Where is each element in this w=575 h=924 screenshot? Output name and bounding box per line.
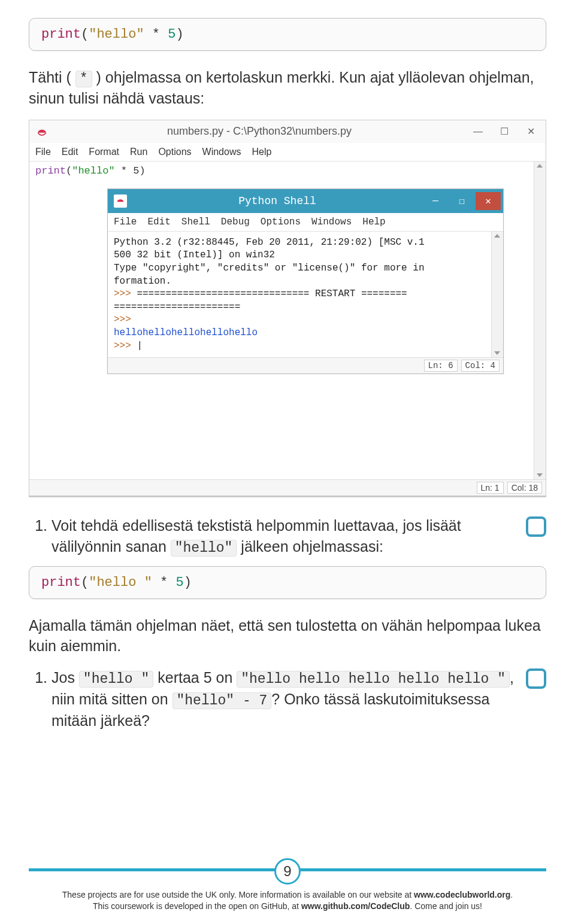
close-button[interactable]: ✕ bbox=[518, 123, 543, 141]
code-op: * bbox=[144, 27, 168, 42]
footer-line-1: These projects are for use outside the U… bbox=[62, 890, 414, 899]
menu-edit[interactable]: Edit bbox=[62, 147, 78, 157]
maximize-button[interactable]: ☐ bbox=[492, 123, 517, 141]
shell-output: hellohellohellohellohello bbox=[114, 327, 489, 340]
editor-scrollbar[interactable] bbox=[534, 162, 546, 479]
code-paren: ) bbox=[184, 575, 192, 590]
editor-string: "hello" bbox=[72, 165, 114, 177]
menu-options[interactable]: Options bbox=[158, 147, 191, 157]
step-1-text: Voit tehdä edellisestä tekstistä helpomm… bbox=[52, 515, 520, 558]
menu-options[interactable]: Options bbox=[261, 217, 301, 227]
close-button[interactable]: ✕ bbox=[476, 192, 501, 210]
shell-prompt-cursor: >>> | bbox=[114, 340, 489, 353]
code-number: 5 bbox=[168, 27, 175, 42]
shell-line: ====================== bbox=[114, 301, 489, 314]
shell-menubar: File Edit Shell Debug Options Windows He… bbox=[108, 213, 503, 232]
code-keyword: print bbox=[41, 27, 81, 42]
menu-debug[interactable]: Debug bbox=[221, 217, 250, 227]
python-logo-icon bbox=[35, 125, 49, 138]
minimize-button[interactable]: — bbox=[423, 192, 448, 210]
footer-line-2: This coursework is developed in the open… bbox=[93, 901, 301, 911]
ide-screenshot: numbers.py - C:\Python32\numbers.py — ☐ … bbox=[29, 120, 546, 497]
menu-run[interactable]: Run bbox=[130, 147, 147, 157]
editor-text-area[interactable]: print("hello" * 5) Python Shell — ☐ ✕ Fi… bbox=[29, 162, 546, 479]
shell-line: Python 3.2 (r32:88445, Feb 20 2011, 21:2… bbox=[114, 236, 489, 250]
python-logo-icon bbox=[114, 194, 127, 208]
page-number: 9 bbox=[274, 858, 301, 885]
footer-link-world[interactable]: www.codeclubworld.org bbox=[414, 890, 510, 899]
menu-file[interactable]: File bbox=[114, 217, 137, 227]
code-block-2: print("hello " * 5) bbox=[29, 566, 546, 599]
editor-menubar: File Edit Format Run Options Windows Hel… bbox=[29, 143, 546, 162]
menu-windows[interactable]: Windows bbox=[311, 217, 352, 227]
shell-prompt: >>> bbox=[114, 314, 489, 327]
menu-windows[interactable]: Windows bbox=[202, 147, 241, 157]
step-1-checkbox[interactable] bbox=[526, 516, 546, 537]
footer-text: These projects are for use outside the U… bbox=[29, 889, 546, 912]
editor-titlebar: numbers.py - C:\Python32\numbers.py — ☐ … bbox=[29, 120, 546, 143]
code-block-1: print("hello" * 5) bbox=[29, 18, 546, 51]
shell-line: formation. bbox=[114, 275, 489, 288]
minimize-button[interactable]: — bbox=[465, 123, 491, 141]
shell-line: Type "copyright", "credits" or "license(… bbox=[114, 262, 489, 275]
shell-titlebar: Python Shell — ☐ ✕ bbox=[108, 189, 503, 213]
shell-status-ln: Ln: 6 bbox=[424, 360, 458, 372]
shell-statusbar: Ln: 6 Col: 4 bbox=[108, 357, 503, 373]
code-paren: ) bbox=[175, 27, 183, 42]
inline-code-hello: "hello" bbox=[171, 540, 237, 557]
editor-status-ln: Ln: 1 bbox=[477, 482, 504, 494]
shell-text-area[interactable]: Python 3.2 (r32:88445, Feb 20 2011, 21:2… bbox=[108, 232, 503, 357]
editor-title: numbers.py - C:\Python32\numbers.py bbox=[55, 125, 464, 138]
menu-help[interactable]: Help bbox=[252, 147, 271, 157]
editor-paren: ) bbox=[139, 165, 145, 177]
inline-code-hello-space: "hello " bbox=[79, 671, 153, 688]
code-string: "hello" bbox=[89, 27, 144, 42]
text: kertaa 5 on bbox=[153, 669, 237, 686]
code-op: * bbox=[152, 575, 176, 590]
shell-title: Python Shell bbox=[133, 195, 422, 207]
text: ) ohjelmassa on kertolaskun merkki. Kun … bbox=[29, 69, 534, 107]
editor-status-col: Col: 18 bbox=[507, 482, 542, 494]
footer-link-github[interactable]: www.github.com/CodeClub bbox=[301, 901, 410, 911]
maximize-button[interactable]: ☐ bbox=[449, 192, 474, 210]
code-keyword: print bbox=[41, 575, 81, 590]
code-number: 5 bbox=[175, 575, 183, 590]
shell-status-col: Col: 4 bbox=[461, 360, 500, 372]
editor-op: * 5 bbox=[115, 165, 140, 177]
menu-help[interactable]: Help bbox=[362, 217, 385, 227]
editor-paren: ( bbox=[66, 165, 72, 177]
menu-file[interactable]: File bbox=[35, 147, 51, 157]
code-string: "hello " bbox=[89, 575, 152, 590]
paragraph-after: Ajamalla tämän ohjelman näet, että sen t… bbox=[29, 616, 546, 656]
inline-code-asterisk: * bbox=[75, 71, 92, 87]
shell-line-restart: >>> ============================== RESTA… bbox=[114, 288, 489, 301]
shell-window: Python Shell — ☐ ✕ File Edit Shell Debug… bbox=[107, 189, 504, 374]
editor-statusbar: Ln: 1 Col: 18 bbox=[29, 479, 546, 496]
step-2-text: Jos "hello " kertaa 5 on "hello hello he… bbox=[52, 667, 520, 731]
text: Tähti ( bbox=[29, 69, 75, 86]
menu-format[interactable]: Format bbox=[89, 147, 119, 157]
text: jälkeen ohjelmassasi: bbox=[237, 538, 383, 555]
editor-kw: print bbox=[35, 165, 66, 177]
text: Jos bbox=[52, 669, 79, 686]
shell-scrollbar[interactable] bbox=[491, 232, 503, 357]
menu-shell[interactable]: Shell bbox=[181, 217, 210, 227]
inline-code-hello-minus-7: "hello" - 7 bbox=[172, 692, 272, 709]
code-paren: ( bbox=[81, 27, 89, 42]
code-paren: ( bbox=[81, 575, 89, 590]
menu-edit[interactable]: Edit bbox=[147, 217, 170, 227]
step-2-checkbox[interactable] bbox=[526, 668, 546, 689]
shell-line: 500 32 bit (Intel)] on win32 bbox=[114, 249, 489, 262]
inline-code-hello5: "hello hello hello hello hello " bbox=[237, 671, 510, 688]
paragraph-intro: Tähti ( * ) ohjelmassa on kertolaskun me… bbox=[29, 68, 546, 109]
